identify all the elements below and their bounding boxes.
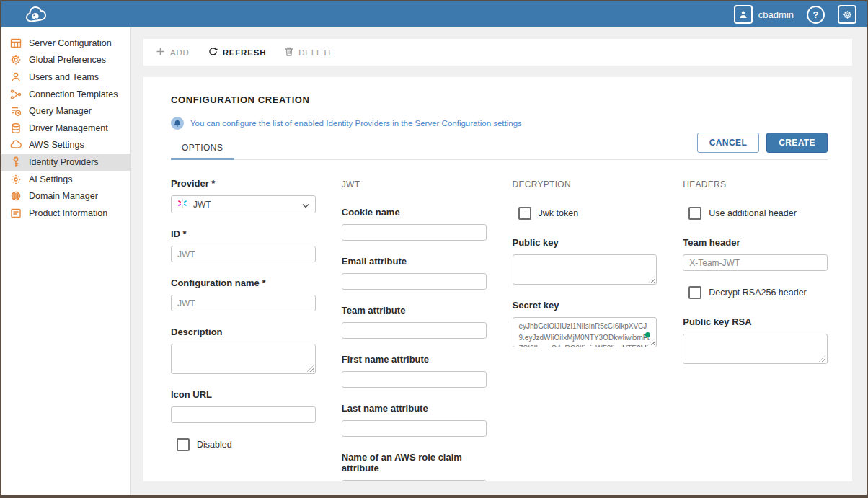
sidebar-item-global-preferences[interactable]: Global Preferences	[1, 52, 130, 69]
items-toolbar: ADD REFRESH DELETE	[143, 39, 852, 66]
ai-sparkle-icon	[10, 174, 22, 185]
team-attribute-label: Team attribute	[342, 305, 487, 316]
sidebar-item-aws-settings[interactable]: AWS Settings	[1, 137, 130, 154]
sidebar-item-identity-providers[interactable]: Identity Providers	[1, 154, 130, 171]
sidebar-item-label: Server Configuration	[29, 38, 112, 48]
sidebar-item-label: Query Manager	[29, 106, 92, 116]
last-name-attribute-input[interactable]	[342, 420, 487, 437]
app-window: cbadmin ? Server Configuration Global Pr…	[0, 0, 868, 498]
globe-icon	[10, 190, 22, 202]
info-message-row: You can configure the list of enabled Id…	[171, 117, 828, 130]
add-button[interactable]: ADD	[156, 47, 190, 58]
decrypt-rsa256-header-checkbox[interactable]	[688, 286, 701, 299]
help-icon[interactable]: ?	[807, 6, 825, 24]
create-button[interactable]: CREATE	[766, 133, 828, 153]
user-menu[interactable]: cbadmin	[734, 5, 794, 24]
key-icon	[10, 156, 22, 168]
last-name-attribute-label: Last name attribute	[342, 403, 487, 414]
disabled-label: Disabled	[197, 440, 232, 450]
email-attribute-input[interactable]	[342, 273, 487, 290]
sidebar-item-users-and-teams[interactable]: Users and Teams	[1, 68, 130, 86]
public-key-rsa-label: Public key RSA	[683, 316, 828, 327]
id-label: ID *	[171, 228, 316, 239]
use-additional-header-checkbox[interactable]	[688, 207, 701, 220]
form-column-decryption: DECRYPTION Jwk token Public key	[513, 178, 657, 481]
team-header-label: Team header	[683, 237, 828, 248]
form-column-jwt: JWT Cookie name Email attribute Team att…	[342, 178, 487, 481]
sidebar-item-domain-manager[interactable]: Domain Manager	[1, 187, 130, 205]
public-key-rsa-textarea[interactable]	[683, 334, 828, 364]
tab-options[interactable]: OPTIONS	[171, 137, 234, 160]
aws-role-claim-label: Name of an AWS role claim attribute	[342, 452, 487, 473]
provider-select[interactable]: JWT	[171, 195, 316, 213]
configuration-creation-panel: CONFIGURATION CREATION You can configure…	[143, 77, 852, 481]
disabled-checkbox[interactable]	[177, 438, 190, 451]
use-additional-header-label: Use additional header	[709, 208, 797, 218]
first-name-attribute-input[interactable]	[342, 371, 487, 388]
description-textarea[interactable]	[171, 344, 316, 374]
cloud-icon	[10, 139, 22, 151]
jwt-logo-icon	[177, 198, 187, 211]
form-actions: CANCEL CREATE	[697, 133, 828, 153]
aws-role-claim-input[interactable]	[342, 480, 487, 481]
main-content: ADD REFRESH DELETE CONFIGURATION CR	[131, 27, 867, 495]
refresh-button-label: REFRESH	[223, 48, 267, 57]
secret-key-textarea[interactable]: eyJhbGciOiJIUzI1NiIsInR5cCI6IkpXVCJ9.eyJ…	[513, 317, 657, 347]
sidebar-item-label: AWS Settings	[29, 140, 84, 150]
sidebar-item-label: Connection Templates	[29, 89, 118, 99]
add-button-label: ADD	[170, 48, 190, 57]
sidebar-item-connection-templates[interactable]: Connection Templates	[1, 86, 130, 103]
sidebar-item-label: Global Preferences	[29, 55, 106, 65]
settings-icon[interactable]	[838, 5, 856, 24]
topbar: cbadmin ?	[1, 1, 867, 27]
sidebar-item-query-manager[interactable]: Query Manager	[1, 102, 130, 120]
team-header-input[interactable]	[683, 254, 828, 271]
user-icon	[10, 71, 22, 83]
provider-label: Provider *	[171, 178, 316, 189]
cloudbeaver-logo[interactable]	[22, 4, 55, 25]
refresh-icon	[208, 47, 218, 58]
configuration-form: Provider * JWT	[171, 178, 828, 481]
sidebar-item-ai-settings[interactable]: AI Settings	[1, 171, 130, 188]
refresh-button[interactable]: REFRESH	[208, 47, 267, 58]
provider-selected-value: JWT	[193, 200, 296, 210]
connection-icon	[10, 89, 22, 100]
cookie-name-input[interactable]	[342, 224, 487, 241]
chevron-down-icon	[302, 198, 309, 211]
sidebar-item-driver-management[interactable]: Driver Management	[1, 120, 130, 137]
sidebar-item-label: Users and Teams	[29, 72, 99, 82]
tabbar: OPTIONS CANCEL CREATE	[171, 133, 828, 160]
icon-url-label: Icon URL	[171, 389, 316, 400]
delete-button-label: DELETE	[298, 48, 335, 57]
id-input[interactable]	[171, 246, 316, 262]
team-attribute-input[interactable]	[342, 322, 487, 339]
cancel-button[interactable]: CANCEL	[697, 133, 759, 153]
email-attribute-label: Email attribute	[342, 256, 487, 267]
jwk-token-checkbox[interactable]	[518, 207, 531, 220]
info-message: You can configure the list of enabled Id…	[190, 119, 522, 128]
trash-icon	[285, 47, 293, 58]
sidebar-item-label: Domain Manager	[29, 191, 98, 201]
username: cbadmin	[758, 9, 794, 20]
sidebar-item-server-configuration[interactable]: Server Configuration	[1, 35, 130, 52]
form-column-general: Provider * JWT	[171, 178, 316, 481]
jwk-token-label: Jwk token	[539, 208, 579, 218]
public-key-textarea[interactable]	[513, 254, 657, 285]
sidebar-item-label: Identity Providers	[29, 157, 99, 167]
user-icon	[734, 5, 753, 24]
cookie-name-label: Cookie name	[342, 207, 487, 218]
delete-button[interactable]: DELETE	[285, 47, 335, 58]
decrypt-rsa256-header-label: Decrypt RSA256 header	[709, 288, 807, 298]
notification-bell-icon	[171, 117, 184, 130]
configuration-name-input[interactable]	[171, 295, 316, 311]
panel-title: CONFIGURATION CREATION	[171, 94, 828, 105]
gear-icon	[10, 54, 22, 66]
plus-icon	[156, 47, 165, 58]
first-name-attribute-label: First name attribute	[342, 354, 487, 365]
secret-key-label: Secret key	[513, 300, 657, 311]
sidebar-item-product-information[interactable]: Product Information	[1, 205, 130, 222]
configuration-name-label: Configuration name *	[171, 277, 316, 288]
icon-url-input[interactable]	[171, 406, 316, 423]
jwt-section-title: JWT	[342, 179, 487, 190]
headers-section-title: HEADERS	[683, 179, 828, 190]
